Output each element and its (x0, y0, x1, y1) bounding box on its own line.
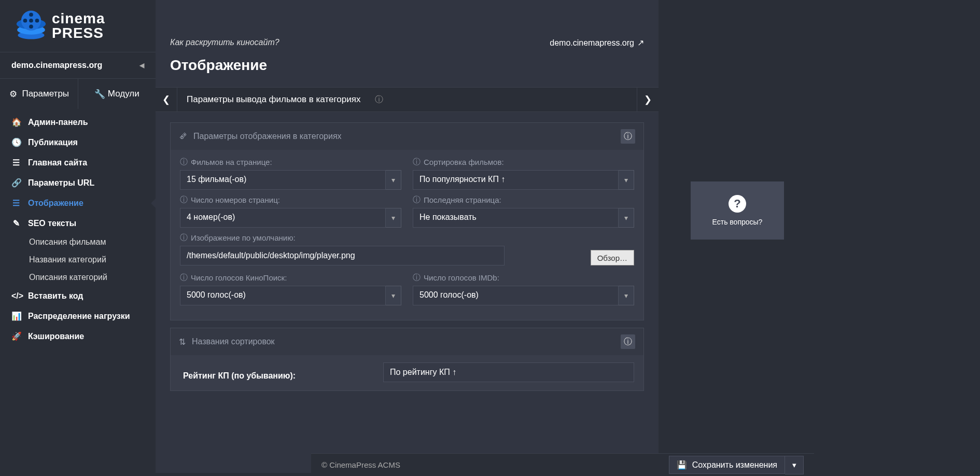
card-info-button[interactable]: ⓘ (621, 334, 635, 349)
select-per-page[interactable]: 15 фильма(-ов) (180, 170, 386, 190)
input-rating-kp-desc[interactable] (383, 362, 634, 382)
promo-link[interactable]: Как раскрутить киносайт? (170, 38, 279, 48)
info-icon: ⓘ (413, 195, 421, 205)
menu-caching[interactable]: 🚀Кэширование (0, 326, 156, 346)
chevron-left-icon: ❮ (162, 94, 170, 105)
list-icon: ☰ (11, 158, 21, 167)
question-icon: ? (729, 195, 746, 213)
site-selector[interactable]: demo.cinemapress.org ◀ (0, 52, 156, 79)
list-icon: ☰ (11, 198, 21, 208)
logo-text-2: PRESS (52, 26, 105, 40)
chevron-down-icon: ▾ (391, 291, 395, 300)
menu-display[interactable]: ☰Отображение (0, 193, 156, 213)
prev-button[interactable]: ❮ (156, 88, 177, 111)
info-icon: ⓘ (180, 195, 188, 205)
logo[interactable]: cinema PRESS (0, 0, 156, 52)
site-url[interactable]: demo.cinemapress.org ↗ (550, 38, 644, 48)
tab-params[interactable]: ⚙ Параметры (0, 79, 78, 109)
wrench-icon: 🔧 (94, 89, 104, 100)
panel-bar-info[interactable]: ⓘ (375, 94, 383, 105)
select-last-page-toggle[interactable]: ▾ (619, 208, 634, 228)
info-icon: ⓘ (180, 233, 188, 243)
select-imdb-votes-toggle[interactable]: ▾ (619, 286, 634, 305)
menu-seo-cat-desc[interactable]: Описания категорий (0, 269, 156, 286)
label-per-page: Фильмов на странице: (191, 158, 272, 166)
browse-button[interactable]: Обзор… (591, 250, 634, 265)
chevron-right-icon: ❯ (644, 94, 652, 105)
copyright: © CinemaPress ACMS (321, 460, 400, 469)
menu-admin-label: Админ-панель (28, 118, 88, 127)
card-sort-names: ⇅ Названия сортировок ⓘ Рейтинг КП (по у… (170, 328, 644, 391)
pencil-icon: ✎ (11, 218, 21, 228)
menu-homepage[interactable]: ☰Главная сайта (0, 152, 156, 173)
sort-icon: ⇅ (179, 337, 186, 347)
card-display-params-header: 🗞 Параметры отображения в категориях ⓘ (171, 123, 643, 150)
menu-seo-cat-names[interactable]: Названия категорий (0, 251, 156, 269)
menu-url-params[interactable]: 🔗Параметры URL (0, 173, 156, 193)
select-pages[interactable]: 4 номер(-ов) (180, 208, 386, 228)
select-per-page-toggle[interactable]: ▾ (386, 170, 401, 190)
save-dropdown-toggle[interactable]: ▾ (785, 456, 804, 474)
clock-icon: 🕓 (11, 137, 21, 147)
label-sort: Сортировка фильмов: (424, 158, 504, 166)
topbar: Как раскрутить киносайт? demo.cinemapres… (156, 0, 659, 57)
menu-insert-code[interactable]: </>Вставить код (0, 286, 156, 306)
panel-bar: ❮ Параметры вывода фильмов в категориях … (156, 87, 659, 112)
card-sort-names-title: Названия сортировок (192, 337, 275, 346)
card-info-button[interactable]: ⓘ (621, 129, 635, 144)
save-icon: 💾 (677, 460, 687, 470)
menu-publication-label: Публикация (28, 138, 78, 147)
select-kp-votes[interactable]: 5000 голос(-ов) (180, 286, 386, 305)
svg-point-7 (23, 19, 27, 23)
input-default-image[interactable] (180, 246, 505, 265)
help-widget[interactable]: ? Есть вопросы? (691, 181, 784, 240)
menu-load-balancing[interactable]: 📊Распределение нагрузки (0, 306, 156, 326)
rocket-icon: 🚀 (11, 331, 21, 341)
select-kp-votes-toggle[interactable]: ▾ (386, 286, 401, 305)
save-button[interactable]: 💾 Сохранить изменения (669, 456, 785, 474)
select-pages-toggle[interactable]: ▾ (386, 208, 401, 228)
code-icon: </> (11, 291, 21, 301)
menu-seo-movie-desc[interactable]: Описания фильмам (0, 233, 156, 251)
menu-publication[interactable]: 🕓Публикация (0, 132, 156, 152)
label-last-page: Последняя страница: (424, 195, 501, 204)
page-title: Отображение (156, 57, 659, 87)
select-last-page[interactable]: Не показывать (413, 208, 619, 228)
select-imdb-votes[interactable]: 5000 голос(-ов) (413, 286, 619, 305)
chevron-down-icon: ▾ (391, 214, 395, 222)
label-default-img: Изображение по умолчанию: (191, 233, 296, 242)
info-icon: ⓘ (413, 273, 421, 283)
content-area: 🗞 Параметры отображения в категориях ⓘ ⓘ… (156, 112, 659, 473)
chevron-down-icon: ▾ (792, 460, 796, 470)
menu-insertcode-label: Вставить код (28, 291, 83, 301)
tab-modules-label: Модули (108, 89, 139, 99)
help-widget-label: Есть вопросы? (712, 218, 763, 226)
menu-seo[interactable]: ✎SEO тексты (0, 213, 156, 233)
svg-point-4 (29, 19, 33, 23)
menu-caching-label: Кэширование (28, 332, 84, 341)
card-sort-names-header[interactable]: ⇅ Названия сортировок ⓘ (171, 328, 643, 355)
svg-point-8 (35, 19, 39, 23)
select-sort-toggle[interactable]: ▾ (619, 170, 634, 190)
logo-icon (15, 9, 48, 43)
select-sort[interactable]: По популярности КП ↑ (413, 170, 619, 190)
menu-admin-panel[interactable]: 🏠Админ-панель (0, 112, 156, 132)
collapse-icon: ◀ (139, 62, 144, 69)
tab-modules[interactable]: 🔧 Модули (78, 79, 156, 109)
label-pages: Число номеров страниц: (191, 195, 280, 204)
info-icon: ⓘ (413, 157, 421, 167)
menu-urlparams-label: Параметры URL (28, 178, 94, 188)
chevron-down-icon: ▾ (624, 214, 628, 222)
svg-point-5 (29, 12, 33, 17)
logo-text-1: cinema (52, 11, 105, 26)
menu-seo-label: SEO тексты (28, 219, 76, 228)
menu-seo-sub1-label: Описания фильмам (29, 237, 106, 246)
menu-seo-sub3-label: Описания категорий (29, 273, 107, 282)
external-link-icon: ↗ (637, 38, 644, 48)
next-button[interactable]: ❯ (637, 88, 659, 111)
info-icon: ⓘ (180, 157, 188, 167)
save-button-label: Сохранить изменения (692, 460, 777, 470)
label-rating-kp-desc: Рейтинг КП (по убыванию): (180, 364, 372, 381)
chevron-down-icon: ▾ (624, 176, 628, 184)
info-icon: ⓘ (624, 131, 632, 142)
